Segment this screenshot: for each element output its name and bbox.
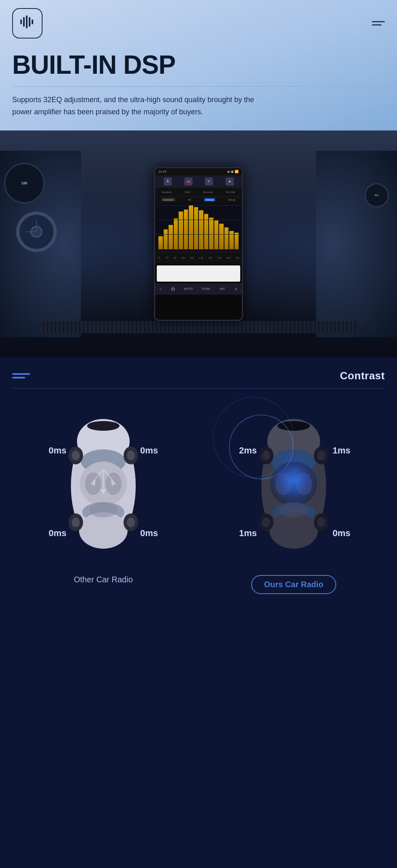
- svg-marker-10: [101, 490, 105, 494]
- ours-car-label-button[interactable]: Ours Car Radio: [251, 575, 337, 594]
- eq-bar-8: [194, 207, 198, 250]
- nav-field-icon[interactable]: 🚗: [184, 177, 192, 186]
- logo-box: [12, 8, 43, 38]
- contrast-header: Contrast: [12, 370, 385, 389]
- eq-bar-3: [169, 225, 173, 250]
- tab-field[interactable]: Field: [185, 191, 190, 193]
- menu-button[interactable]: [372, 21, 385, 26]
- ours-timing-bl: 1ms: [239, 528, 257, 539]
- svg-point-20: [127, 451, 135, 460]
- svg-point-27: [89, 503, 117, 517]
- svg-line-5: [93, 469, 103, 481]
- freq-2k: 2.0k: [208, 257, 212, 259]
- eq-bar-1: [158, 236, 163, 250]
- svg-point-34: [269, 512, 318, 549]
- svg-point-42: [317, 517, 325, 527]
- preset-label: Standard: [162, 198, 175, 201]
- other-timing-tl: 0ms: [49, 445, 66, 456]
- bottom-nav-power[interactable]: ⏻: [171, 287, 175, 291]
- eq-bar-4: [174, 218, 178, 250]
- eq-bar-14: [224, 227, 229, 250]
- tab-equalizer[interactable]: Equalizer: [162, 191, 172, 193]
- nav-eq-icon[interactable]: 🎚: [164, 177, 172, 186]
- car-dashboard: 180 14:25 ▶ ◼ 📶 🎚 🚗 ≋ ◈ Equalizer Field: [0, 130, 397, 357]
- contrast-line-1: [12, 373, 30, 375]
- steering-area: 180: [0, 151, 81, 337]
- ours-car-item: 2ms 1ms 1ms 0ms: [203, 401, 385, 595]
- eq-bar-13: [219, 224, 224, 250]
- svg-rect-2: [26, 15, 28, 28]
- eq-bar-5: [179, 212, 183, 250]
- contrast-title: Contrast: [340, 370, 385, 382]
- eq-bar-15: [229, 231, 234, 250]
- contrast-section: Contrast 0ms 0ms 0ms 0ms: [0, 357, 397, 868]
- freq-16k: 16k: [236, 257, 239, 259]
- screen-bottom-nav: ⌂ ⏻ AUTO DUAL A/C ∧: [155, 283, 242, 295]
- freq-4k: 4.0k: [218, 257, 221, 259]
- other-timing-bl: 0ms: [49, 528, 66, 539]
- arrow-effect: [87, 465, 120, 499]
- bottom-nav-auto[interactable]: AUTO: [184, 287, 193, 291]
- svg-rect-4: [32, 19, 33, 24]
- hero-divider: [12, 86, 385, 87]
- screen-white-bar: [157, 265, 240, 282]
- svg-rect-1: [23, 17, 25, 27]
- vent-strip: [40, 321, 357, 333]
- svg-point-22: [72, 517, 80, 527]
- nav-dss-icon[interactable]: ◈: [226, 177, 234, 186]
- hero-description: Supports 32EQ adjustment, and the ultra-…: [12, 94, 263, 118]
- steering-wheel: [16, 212, 57, 252]
- other-car-label: Other Car Radio: [74, 575, 133, 584]
- svg-point-40: [262, 517, 270, 527]
- ours-timing-br: 0ms: [333, 528, 350, 539]
- page-title: BUILT-IN DSP: [12, 51, 385, 79]
- eq-bar-9: [199, 210, 203, 250]
- comparison-container: 0ms 0ms 0ms 0ms: [12, 401, 385, 595]
- nav-surround-icon[interactable]: ≋: [205, 177, 213, 186]
- tab-dss[interactable]: Dss filter: [226, 191, 235, 193]
- eq-bar-6: [184, 210, 188, 250]
- eq-bar-11: [209, 218, 213, 250]
- bottom-nav-dual[interactable]: DUAL: [202, 287, 211, 291]
- other-timing-br: 0ms: [140, 528, 158, 539]
- other-timing-tr: 0ms: [140, 445, 158, 456]
- contrast-lines-icon: [12, 373, 30, 378]
- bottom-nav-up[interactable]: ∧: [235, 287, 237, 291]
- btn-setup[interactable]: Set up: [228, 199, 235, 201]
- radio-screen: 14:25 ▶ ◼ 📶 🎚 🚗 ≋ ◈ Equalizer Field Surr…: [154, 167, 243, 321]
- tab-surround[interactable]: Surround: [203, 191, 213, 193]
- svg-point-28: [87, 421, 120, 431]
- eq-area: [155, 203, 242, 252]
- freq-1k: 1.0k: [199, 257, 203, 259]
- ours-car-view: 2ms 1ms 1ms 0ms: [237, 401, 350, 571]
- eq-bar-10: [204, 214, 209, 250]
- bottom-nav-ac[interactable]: A/C: [220, 287, 225, 291]
- screen-icons: ▶ ◼ 📶: [228, 170, 239, 173]
- svg-point-24: [127, 517, 135, 527]
- top-bar: [12, 0, 385, 47]
- svg-point-16: [79, 512, 128, 549]
- freq-500: 500: [190, 257, 194, 259]
- svg-rect-0: [20, 19, 22, 24]
- screen-tabs: Equalizer Field Surround Dss filter: [155, 188, 242, 197]
- freq-fc: FC: [158, 257, 161, 259]
- screen-bottom-controls: FC TR 80 200 500 1.0k 2.0k 4.0k 8.0k 16k: [155, 252, 242, 264]
- svg-point-38: [317, 451, 325, 460]
- car-right-side: AC: [316, 151, 397, 337]
- sound-glow: [267, 454, 320, 507]
- svg-line-7: [103, 469, 113, 481]
- btn-default[interactable]: Default: [204, 198, 215, 201]
- eq-bars: [157, 205, 240, 250]
- screen-status-bar: 14:25 ▶ ◼ 📶: [155, 168, 242, 175]
- screen-preset-bar: Standard All Default Set up: [155, 197, 242, 203]
- btn-all[interactable]: All: [188, 199, 191, 201]
- eq-bar-7: [189, 205, 193, 250]
- eq-bar-12: [214, 220, 219, 250]
- svg-rect-3: [29, 17, 30, 27]
- screen-time: 14:25: [158, 170, 166, 173]
- eq-bar-2: [164, 229, 168, 250]
- freq-8k: 8.0k: [227, 257, 231, 259]
- freq-80: 80: [174, 257, 176, 259]
- car-dashboard-image: 180 14:25 ▶ ◼ 📶 🎚 🚗 ≋ ◈ Equalizer Field: [0, 130, 397, 357]
- bottom-nav-home[interactable]: ⌂: [160, 287, 162, 291]
